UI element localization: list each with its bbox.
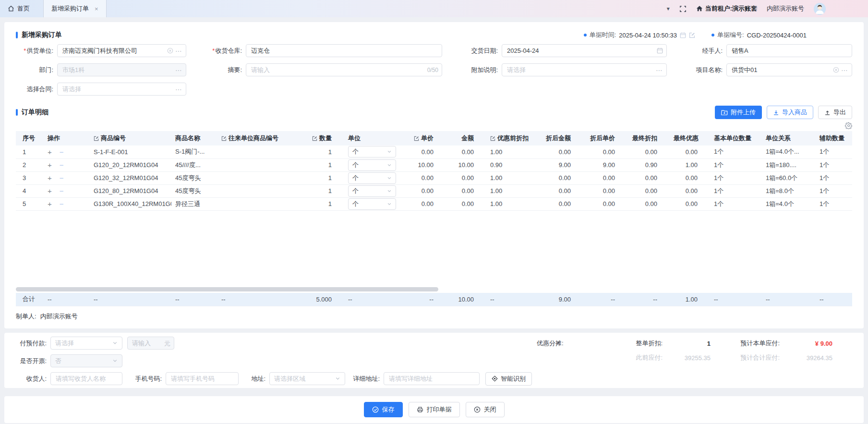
account-name[interactable]: 内部演示账号 [767,4,804,13]
extra-note-input[interactable] [502,63,667,76]
current-tenant[interactable]: 当前租户:演示账套 [696,4,757,13]
cell-unit: 个 [344,145,400,158]
topbar-right: ▾ 当前租户:演示账套 内部演示账号 [667,3,868,15]
summary-input[interactable] [246,63,442,76]
cell-price[interactable]: 10.00 [400,158,446,171]
chevron-down-icon [112,358,118,363]
more-icon[interactable]: ⋯ [175,47,182,55]
clear-icon[interactable] [833,67,839,73]
add-row-icon[interactable]: + [48,161,52,169]
col-discounted-amount: 折后金额 [535,131,583,145]
previous-payable-label: 此前应付: [618,353,663,362]
table-row: 5 +− G130R_100X40_12RM01G04 异径三通 1 个 0.0… [16,197,852,210]
cell-qty[interactable]: 1 [300,158,344,171]
tab-close-icon[interactable]: × [95,5,98,12]
cell-amount: 0.00 [446,145,486,158]
address-detail-input[interactable] [384,372,480,385]
invoice-select[interactable]: 否 [50,354,122,367]
cell-base-qty: 1个 [710,197,762,210]
cell-price[interactable]: 0.00 [400,171,446,184]
doc-time: 单据时间: 2025-04-24 10:50:33 [584,31,695,39]
add-row-icon[interactable]: + [48,200,52,208]
nav-home[interactable]: 首页 [8,4,30,13]
payable-label: 预计本单应付: [722,339,780,348]
avatar[interactable] [814,3,826,15]
gear-icon[interactable] [845,122,852,129]
remove-row-icon[interactable]: − [60,148,64,156]
add-row-icon[interactable]: + [48,187,52,195]
add-row-icon[interactable]: + [48,174,52,182]
unit-select[interactable]: 个 [348,185,396,197]
cell-final-discount: 0.00 [627,145,670,158]
download-icon [773,109,779,116]
chevron-down-icon [387,189,392,194]
cell-unit: 个 [344,171,400,184]
cell-aux-qty: 1个 [816,145,852,158]
cell-pre-discount[interactable]: 1.00 [486,197,535,210]
home-label: 首页 [17,4,30,13]
cell-qty[interactable]: 1 [300,197,344,210]
chevron-down-icon[interactable]: ▾ [667,5,670,12]
more-icon[interactable]: ⋯ [656,66,663,74]
cell-pre-discount[interactable]: 1.00 [486,145,535,158]
cell-price[interactable]: 0.00 [400,145,446,158]
currency-unit-label: 元 [164,339,170,348]
close-button[interactable]: 关闭 [466,402,505,417]
more-icon[interactable]: ⋯ [841,66,848,74]
cell-qty[interactable]: 1 [300,184,344,197]
home-outline-icon [8,5,14,12]
region-select[interactable]: 请选择区域 [269,372,345,385]
smart-recognition-button[interactable]: 智能识别 [485,372,532,386]
export-button[interactable]: 导出 [818,106,852,119]
previous-payable-value: 39255.35 [663,354,711,362]
table-header: 序号 操作 商品编号 商品名称 往来单位商品编号 数量 单位 单价 金额 优惠前… [16,131,852,145]
print-button[interactable]: 打印单据 [409,402,460,417]
edit-icon[interactable] [689,32,695,38]
attachment-upload-button[interactable]: 附件上传 [715,106,762,119]
save-button[interactable]: 保存 [364,402,403,417]
total-final-offer: 1.00 [670,293,710,306]
cell-amount: 0.00 [446,171,486,184]
calendar-icon[interactable] [657,48,663,54]
unit-select[interactable]: 个 [348,172,396,184]
cell-partner-code [217,145,300,158]
more-icon[interactable]: ⋯ [175,85,182,93]
cell-qty[interactable]: 1 [300,171,344,184]
tab-new-purchase-order[interactable]: 新增采购订单 × [43,0,107,17]
clear-icon[interactable] [167,48,173,54]
unit-select[interactable]: 个 [348,198,396,210]
contract-input[interactable] [57,83,186,96]
calendar-icon[interactable] [680,32,686,38]
warehouse-input[interactable] [246,44,442,57]
unit-select[interactable]: 个 [348,159,396,171]
horizontal-scrollbar[interactable] [16,287,438,291]
cell-pre-discount[interactable]: 1.00 [486,171,535,184]
creator-line: 制单人: 内部演示账号 [16,306,852,321]
cell-final-offer: 0.00 [670,197,710,210]
department-input[interactable] [57,63,186,76]
cell-amount: 0.00 [446,184,486,197]
import-products-button[interactable]: 导入商品 [767,106,813,119]
fullscreen-icon[interactable] [679,5,687,12]
remove-row-icon[interactable]: − [60,174,64,182]
remove-row-icon[interactable]: − [60,200,64,208]
cell-price[interactable]: 0.00 [400,184,446,197]
delivery-date-input[interactable] [502,44,667,57]
cell-aux-qty: 1个 [816,171,852,184]
phone-input[interactable] [166,372,239,385]
edit-column-icon [312,136,317,141]
cell-price[interactable]: 0.00 [400,197,446,210]
tab-label: 新增采购订单 [51,4,89,13]
cell-pre-discount[interactable]: 0.90 [486,158,535,171]
cell-qty[interactable]: 1 [300,145,344,158]
creator-value: 内部演示账号 [40,312,78,321]
receiver-input[interactable] [50,372,122,385]
prepay-select[interactable]: 请选择 [50,337,122,350]
handler-input[interactable] [726,44,852,57]
add-row-icon[interactable]: + [48,148,52,156]
cell-pre-discount[interactable]: 1.00 [486,184,535,197]
remove-row-icon[interactable]: − [60,161,64,169]
unit-select[interactable]: 个 [348,146,396,157]
cell-discounted-amount: 0.00 [535,171,583,184]
remove-row-icon[interactable]: − [60,187,64,195]
